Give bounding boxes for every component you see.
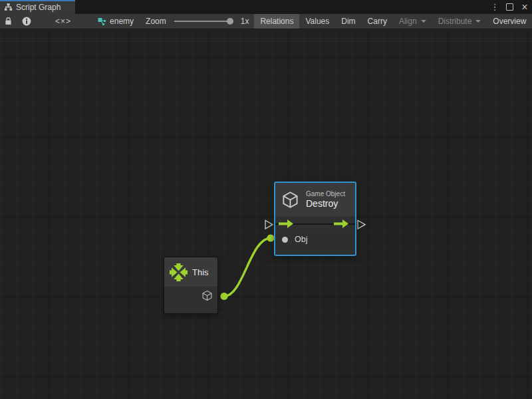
- graph-name-label: enemy: [110, 17, 134, 26]
- script-graph-icon: [4, 3, 13, 11]
- align-dropdown[interactable]: Align: [393, 14, 432, 29]
- gameobject-cube-icon: [281, 191, 299, 209]
- node-destroy-header[interactable]: Game Object Destroy: [275, 183, 355, 216]
- tab-title: Script Graph: [16, 3, 61, 12]
- edges-layer: [0, 29, 532, 399]
- gameobject-output-port[interactable]: [201, 290, 213, 301]
- menu-icon[interactable]: ⋮: [490, 0, 499, 14]
- connection-cable: [224, 238, 271, 297]
- flow-in-port-triangle: [265, 221, 273, 229]
- titlebar: Script Graph ⋮ ×: [0, 0, 532, 14]
- graph-canvas[interactable]: This Game Object Destroy: [0, 29, 532, 399]
- node-this-header[interactable]: This: [164, 257, 217, 287]
- this-icon: [170, 263, 188, 281]
- obj-port-label: Obj: [295, 235, 307, 244]
- tab-script-graph[interactable]: Script Graph: [0, 0, 75, 14]
- lock-button[interactable]: [0, 14, 17, 29]
- node-this-title: This: [192, 267, 209, 277]
- zoom-label: Zoom: [142, 14, 170, 29]
- distribute-dropdown[interactable]: Distribute: [432, 14, 487, 29]
- info-button[interactable]: [17, 14, 37, 29]
- window-controls: ⋮ ×: [490, 0, 529, 14]
- connection-endpoint-source: [220, 293, 227, 300]
- close-icon[interactable]: ×: [520, 0, 529, 14]
- chevron-down-icon: [475, 20, 481, 23]
- chevron-down-icon: [421, 20, 426, 23]
- obj-input-port[interactable]: Obj: [282, 235, 307, 244]
- carry-button[interactable]: Carry: [362, 14, 393, 29]
- node-this[interactable]: This: [164, 257, 218, 314]
- node-destroy-body: Obj: [275, 231, 355, 255]
- maximize-icon[interactable]: [506, 3, 513, 11]
- graph-asset-icon: [98, 17, 106, 26]
- node-destroy[interactable]: Game Object Destroy Obj: [274, 182, 356, 256]
- overview-button[interactable]: Overview: [487, 14, 532, 29]
- graph-breadcrumb[interactable]: enemy: [90, 14, 142, 29]
- flow-out-port-triangle: [358, 221, 365, 229]
- lock-icon: [4, 17, 13, 26]
- connection-toggle-button[interactable]: <×>: [37, 14, 90, 29]
- tab-focus-line: [0, 0, 75, 1]
- flow-out-arrow-icon[interactable]: [334, 219, 348, 228]
- zoom-slider-track[interactable]: [174, 21, 230, 22]
- align-label: Align: [399, 17, 417, 26]
- node-destroy-category: Game Object: [306, 190, 345, 198]
- zoom-value: 1x: [234, 14, 255, 29]
- dim-button[interactable]: Dim: [335, 14, 361, 29]
- node-destroy-title: Destroy: [306, 198, 345, 209]
- obj-port-dot-icon[interactable]: [282, 237, 288, 243]
- values-button[interactable]: Values: [299, 14, 335, 29]
- toolbar: <×> enemy Zoom 1x Relations Values Dim C…: [0, 14, 532, 29]
- distribute-label: Distribute: [438, 17, 472, 26]
- zoom-slider-handle[interactable]: [227, 18, 233, 25]
- connection-endpoint-target: [267, 234, 274, 241]
- flow-in-arrow-icon[interactable]: [279, 219, 293, 228]
- info-icon: [22, 17, 31, 26]
- zoom-slider[interactable]: [170, 14, 234, 29]
- relations-button[interactable]: Relations: [254, 14, 299, 29]
